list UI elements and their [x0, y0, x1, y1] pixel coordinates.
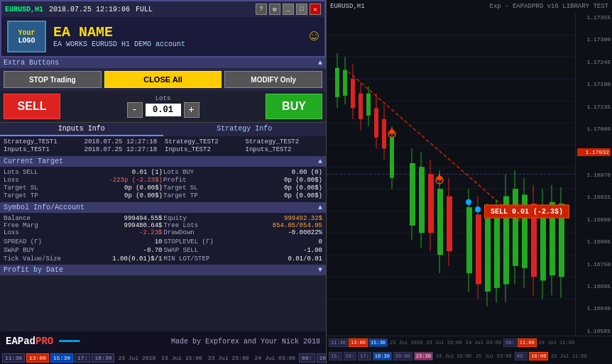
header: EURUSD,H1 2018.07.25 12:19:06 FULL ? ⚙ _…: [0, 0, 326, 57]
symbol-row: DrawDown -0.00022%: [164, 229, 323, 236]
footer: EAPadPRO ━━━ Made by Expforex and Your N…: [0, 331, 326, 351]
symbol-params: SPREAD (Γ) 10 STOPLEVEL (Γ) 0 SWAP BUY -…: [4, 238, 322, 263]
chart-date-label: 23 Jul 2018: [390, 340, 422, 346]
chart-date-label: 24 Jul 03:00: [466, 340, 501, 346]
lots-plus-button[interactable]: +: [184, 102, 200, 118]
symbol-row: Equity 999492.32$: [164, 215, 323, 222]
target-right-col: Lots BUY 0.00 (0) Profit 0p (0.00$) Targ…: [163, 169, 322, 200]
symbol-section: Balance 999494.55$ Free Marg 999480.64$ …: [0, 213, 326, 265]
current-target-arrow: ▲: [318, 158, 322, 165]
window-controls: ? ⚙ _ □ ✕: [256, 4, 321, 15]
modify-only-button[interactable]: MODIFY Only: [224, 71, 322, 88]
stop-trading-button[interactable]: STOP Trading: [4, 71, 102, 88]
svg-rect-44: [476, 214, 481, 284]
time-badge: 10:: [317, 353, 326, 363]
chart-date-label: 23 Jul 23:00: [426, 340, 461, 346]
target-label: Target TP: [4, 192, 38, 199]
swap-sell-value: -1.00: [303, 247, 322, 254]
ea-subtitle: EA WORKS EURUSD H1 DEMO account: [53, 40, 304, 48]
chart-date-label: 25 Jul 11:00: [551, 353, 586, 359]
price-tick: 1.17245: [577, 59, 611, 65]
date-label: 23 Jul 23:00: [208, 355, 249, 361]
tab-strategy[interactable]: Strategy Info: [163, 123, 327, 136]
svg-rect-30: [390, 138, 394, 178]
target-label: Target SL: [4, 184, 38, 192]
inputs-cell: Strategy_TEST1: [4, 138, 81, 145]
svg-rect-40: [447, 197, 452, 252]
timeline-bottom: 11:30 13:00 15:30 17: 18:30 23 Jul 2018 …: [0, 351, 326, 364]
tick-value: 1.00(0.01)$/1: [112, 255, 162, 263]
lots-minus-button[interactable]: -: [127, 102, 143, 118]
target-value: 0.01 (1): [132, 169, 163, 176]
logo-logo: LOGO: [18, 37, 35, 45]
price-tick: 1.17135: [577, 104, 611, 110]
target-label: Target SL: [163, 184, 198, 192]
target-row: Loss -223p (-2.23$): [4, 177, 163, 184]
inputs-cell: Strategy_TEST2: [165, 138, 242, 145]
target-row: Target SL 0p (0.00$): [163, 184, 322, 192]
ea-name-area: EA NAME EA WORKS EURUSD H1 DEMO account: [53, 25, 304, 48]
target-row: Lots SELL 0.01 (1): [4, 169, 163, 176]
buy-button[interactable]: BUY: [266, 94, 322, 119]
target-label: Profit: [163, 177, 186, 184]
sell-button[interactable]: SELL: [4, 94, 60, 119]
footer-brand: EAPadPRO: [6, 336, 53, 347]
symbol-info-arrow: ▲: [318, 204, 322, 211]
logo-your: Your: [18, 29, 35, 37]
spread-label: SPREAD (Γ): [4, 238, 42, 246]
target-grid: Lots SELL 0.01 (1) Loss -223p (-2.23$) T…: [0, 167, 326, 202]
price-tick: 1.17300: [577, 36, 611, 43]
header-top: EURUSD,H1 2018.07.25 12:19:06 FULL ? ⚙ _…: [1, 1, 324, 17]
chart-date-label: 24 Jul 11:00: [539, 340, 574, 346]
svg-rect-48: [494, 214, 500, 287]
settings-button[interactable]: ⚙: [269, 4, 280, 15]
price-tick: 1.16585: [577, 328, 611, 334]
price-tick: 1.17355: [577, 14, 611, 21]
chart-svg: [327, 13, 575, 336]
chart-date-label: 24 Jul 19:00: [436, 353, 471, 359]
target-value: 0.00 (0): [292, 169, 322, 176]
price-tick: 1.17190: [577, 81, 611, 87]
symbol-info-label: Symbol Info/Account: [4, 204, 84, 211]
price-axis: 1.17355 1.17300 1.17245 1.17190 1.17135 …: [575, 13, 612, 336]
profit-date-arrow: ▼: [318, 266, 322, 274]
symbol-row: Loss -2.23$: [4, 229, 163, 236]
extra-buttons-arrow: ▲: [318, 59, 322, 67]
time-badge: 18:30: [92, 353, 114, 363]
svg-rect-36: [428, 175, 434, 233]
date-label: 24 Jul 03:00: [255, 355, 296, 361]
footer-ea-label: EAPad: [6, 336, 35, 347]
close-button[interactable]: ✕: [310, 4, 321, 15]
symbol-left: Balance 999494.55$ Free Marg 999480.64$ …: [4, 215, 163, 236]
lots-value[interactable]: 0.01: [146, 104, 181, 116]
time-axis-labels: 11:30 13:00 15:30 23 Jul 2018 23 Jul 23:…: [327, 336, 612, 349]
chart-status: FULL: [136, 6, 153, 13]
symbol-row: Tree Lots 854.05/854.05: [164, 222, 323, 229]
footer-pro-label: PRO: [35, 336, 53, 347]
chart-panel: EURUSD,H1 Exp - EAPADPRO v16 LIBRARY TES…: [327, 0, 612, 364]
chart-time-badge-red: 10:00: [529, 352, 548, 360]
swap-sell-label: SWAP SELL: [164, 247, 199, 254]
chart-time-badge-blue: 18:30: [373, 352, 392, 360]
lots-controls: - 0.01 +: [127, 102, 200, 118]
param-row: SPREAD (Γ) 10: [4, 238, 163, 246]
minimize-button[interactable]: _: [283, 4, 294, 15]
inputs-cell: Inputs_TEST1: [4, 146, 81, 153]
target-row: Target TP 0p (0.00$): [163, 192, 322, 199]
balance-label: Balance: [4, 215, 31, 222]
param-row: SWAP BUY -0.70: [4, 247, 163, 254]
price-tick-sell: 1.17032: [577, 148, 611, 156]
free-lots-value: 854.05/854.05: [273, 222, 322, 229]
symbol-row: Balance 999494.55$: [4, 215, 163, 222]
close-all-button[interactable]: CLOSE All: [104, 71, 222, 88]
maximize-button[interactable]: □: [296, 4, 307, 15]
free-lots-label: Tree Lots: [164, 222, 199, 229]
sell-tooltip-text: SELL 0.01 (-2.3$): [491, 207, 563, 215]
chart-exp-label: Exp - EAPADPRO v16 LIBRARY TEST: [490, 3, 608, 10]
tab-inputs[interactable]: Inputs Info: [0, 123, 163, 136]
target-value: 0p (0.00$): [124, 192, 163, 199]
question-button[interactable]: ?: [256, 4, 267, 15]
chart-time-badge-red: 11:00: [518, 338, 537, 347]
svg-rect-42: [466, 207, 472, 273]
profit-date-label: Profit by Date: [4, 266, 63, 274]
